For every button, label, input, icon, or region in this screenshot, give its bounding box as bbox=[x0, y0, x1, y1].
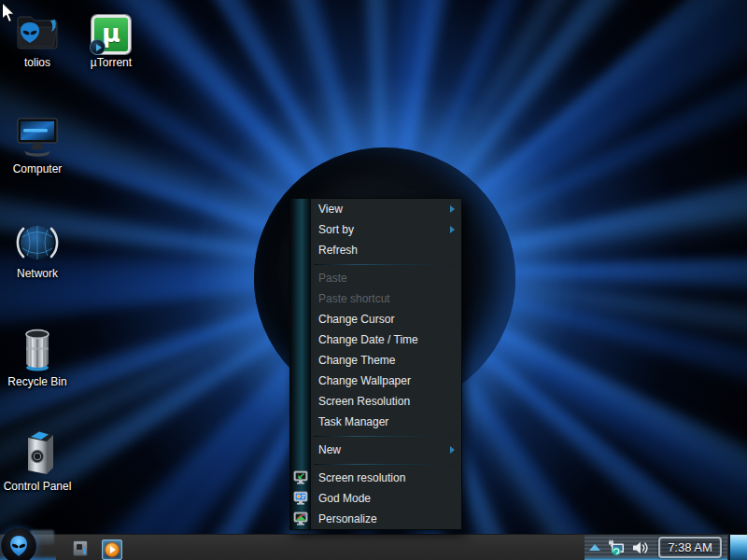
menu-item-change-theme[interactable]: Change Theme bbox=[290, 350, 461, 371]
submenu-arrow-icon bbox=[450, 446, 455, 454]
desktop-icon-control-panel[interactable]: Control Panel bbox=[2, 429, 73, 493]
hidden-icons-chevron[interactable] bbox=[589, 544, 600, 551]
menu-item-god-mode[interactable]: God Mode bbox=[290, 488, 461, 509]
menu-item-paste-shortcut: Paste shortcut bbox=[290, 288, 461, 309]
menu-item-change-date-time[interactable]: Change Date / Time bbox=[290, 329, 461, 350]
god-mode-icon bbox=[290, 491, 311, 506]
desktop-icon-computer[interactable]: Computer bbox=[2, 112, 73, 175]
desktop-icon-label: Computer bbox=[2, 163, 73, 175]
desktop-icon-network[interactable]: Network bbox=[2, 217, 73, 280]
menu-item-change-wallpaper[interactable]: Change Wallpaper bbox=[290, 371, 461, 391]
screen: tolios µ µTorrent bbox=[0, 0, 747, 560]
submenu-arrow-icon bbox=[450, 226, 455, 233]
desktop-icon-label: Control Panel bbox=[2, 481, 73, 493]
utorrent-icon: µ bbox=[76, 6, 147, 54]
media-player-icon[interactable] bbox=[102, 539, 122, 560]
menu-item-refresh[interactable]: Refresh bbox=[290, 240, 461, 260]
desktop-icon-label: Recycle Bin bbox=[2, 376, 73, 388]
submenu-arrow-icon bbox=[450, 205, 455, 213]
desktop-context-menu: View Sort by Refresh Paste Paste shortcu… bbox=[289, 198, 462, 530]
volume-icon[interactable] bbox=[631, 539, 648, 560]
menu-item-personalize[interactable]: Personalize bbox=[290, 509, 461, 529]
menu-item-screen-resolution-applet[interactable]: Screen resolution bbox=[290, 468, 461, 488]
alien-head-icon bbox=[9, 535, 28, 557]
desktop-icon-label: tolios bbox=[2, 57, 73, 69]
desktop-icon-utorrent[interactable]: µ µTorrent bbox=[76, 6, 147, 69]
show-desktop-button[interactable] bbox=[728, 535, 747, 560]
network-globe-icon bbox=[2, 217, 73, 265]
screen-resolution-icon bbox=[290, 470, 311, 485]
menu-item-paste: Paste bbox=[290, 268, 461, 288]
network-status-icon[interactable] bbox=[607, 539, 626, 560]
menu-separator bbox=[290, 460, 461, 468]
menu-item-view[interactable]: View bbox=[290, 199, 461, 219]
control-panel-tower-icon bbox=[2, 429, 73, 478]
computer-monitor-icon bbox=[2, 112, 73, 161]
menu-item-screen-resolution[interactable]: Screen Resolution bbox=[290, 391, 461, 412]
desktop-icon-recycle-bin[interactable]: Recycle Bin bbox=[2, 325, 73, 388]
gadget-app-icon[interactable] bbox=[73, 540, 88, 556]
taskbar-clock[interactable]: 7:38 AM bbox=[658, 537, 722, 558]
menu-separator bbox=[290, 260, 461, 268]
alienware-folder-icon bbox=[2, 6, 73, 54]
menu-item-sort-by[interactable]: Sort by bbox=[290, 219, 461, 240]
personalize-icon bbox=[290, 511, 311, 526]
alienware-start-orb[interactable] bbox=[1, 528, 36, 560]
desktop-icon-tolios[interactable]: tolios bbox=[2, 6, 73, 69]
taskbar: 7:38 AM bbox=[0, 534, 747, 560]
menu-item-task-manager[interactable]: Task Manager bbox=[290, 412, 461, 432]
menu-item-new[interactable]: New bbox=[290, 440, 461, 460]
desktop-icon-label: µTorrent bbox=[76, 57, 147, 69]
play-circle-icon bbox=[105, 542, 120, 557]
menu-separator bbox=[290, 432, 461, 440]
desktop-icon-label: Network bbox=[2, 268, 73, 280]
recycle-bin-icon bbox=[2, 325, 73, 373]
menu-item-change-cursor[interactable]: Change Cursor bbox=[290, 309, 461, 329]
clock-time: 7:38 AM bbox=[668, 540, 712, 554]
